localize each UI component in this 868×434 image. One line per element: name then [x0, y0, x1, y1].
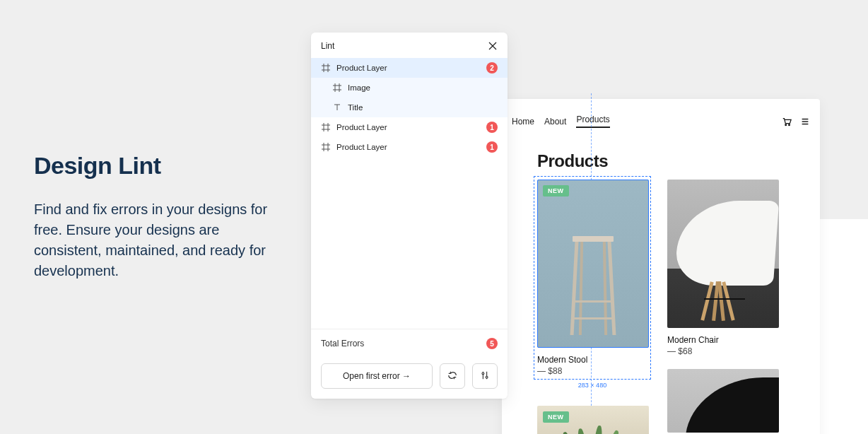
svg-point-25 [789, 124, 790, 125]
total-errors-label: Total Errors [321, 339, 364, 348]
total-errors-badge: 5 [486, 338, 498, 349]
product-caption: Modern Stool — $88 [537, 348, 647, 376]
sliders-icon [480, 370, 490, 382]
layer-row-product-layer[interactable]: Product Layer 1 [311, 137, 508, 157]
product-column: NEW Modern Stool — $88 NEW [537, 180, 649, 434]
product-card-plant[interactable]: NEW [537, 406, 649, 434]
lint-header: Lint [311, 33, 508, 58]
layer-row-title[interactable]: Title [311, 98, 508, 117]
svg-point-24 [785, 124, 787, 125]
product-card-stool[interactable]: NEW Modern Stool — $88 [536, 178, 649, 377]
frame-icon [321, 142, 331, 152]
button-row: Open first error → [311, 358, 508, 399]
cart-icon[interactable] [782, 117, 792, 127]
layer-row-product-layer[interactable]: Product Layer 1 [311, 117, 508, 137]
chair-illustration [677, 201, 769, 321]
error-badge: 1 [486, 122, 498, 133]
product-price: — $68 [667, 346, 779, 356]
product-image: NEW [537, 180, 649, 348]
frame-icon [332, 83, 342, 93]
site-nav: Home About Products [512, 115, 810, 128]
error-badge: 2 [486, 62, 498, 74]
layer-name: Product Layer [336, 64, 486, 72]
product-image: NEW [537, 406, 649, 434]
open-first-error-button[interactable]: Open first error → [321, 363, 433, 389]
settings-button[interactable] [472, 363, 498, 389]
nav-about[interactable]: About [544, 117, 566, 127]
hero-title: Design Lint [34, 152, 274, 180]
product-card-chair[interactable]: Modern Chair — $68 [667, 180, 779, 356]
product-price: — $88 [537, 366, 647, 376]
new-badge: NEW [543, 185, 569, 197]
frame-icon [321, 122, 331, 132]
lint-footer: Total Errors 5 Open first error → [311, 329, 508, 399]
layer-list: Product Layer 2 Image Title Product Laye… [311, 58, 508, 329]
layer-row-product-layer[interactable]: Product Layer 2 [311, 58, 508, 78]
product-column: Modern Chair — $68 [667, 180, 779, 434]
product-image [667, 180, 779, 328]
product-name: Modern Chair [667, 335, 779, 345]
stool-illustration [568, 236, 618, 335]
product-caption: Modern Chair — $68 [667, 328, 779, 356]
layer-row-image[interactable]: Image [311, 78, 508, 98]
product-name: Modern Stool [537, 355, 647, 365]
page-title: Products [537, 151, 608, 171]
hero: Design Lint Find and fix errors in your … [34, 152, 274, 281]
product-image [667, 369, 779, 433]
svg-point-21 [482, 372, 484, 374]
product-grid: NEW Modern Stool — $88 NEW [537, 180, 779, 434]
nav-products[interactable]: Products [576, 115, 609, 128]
text-icon [332, 102, 342, 112]
svg-point-23 [486, 376, 488, 378]
lint-panel-title: Lint [321, 41, 334, 51]
close-icon[interactable] [488, 41, 498, 51]
frame-icon [321, 63, 331, 73]
error-badge: 1 [486, 141, 498, 153]
design-canvas: Home About Products Products NEW [502, 99, 820, 434]
menu-icon[interactable] [800, 117, 810, 127]
layer-name: Image [348, 83, 498, 92]
open-first-error-label: Open first error → [343, 371, 411, 381]
layer-name: Product Layer [336, 123, 486, 131]
new-badge: NEW [543, 411, 569, 423]
refresh-icon [447, 370, 457, 382]
total-errors-row: Total Errors 5 [311, 329, 508, 358]
lint-panel: Lint Product Layer 2 Image Title [311, 33, 508, 399]
nav-home[interactable]: Home [512, 117, 534, 127]
refresh-button[interactable] [440, 363, 465, 389]
layer-name: Title [348, 103, 498, 112]
product-card-black-chair[interactable] [667, 369, 779, 433]
layer-name: Product Layer [336, 143, 486, 151]
hero-description: Find and fix errors in your designs for … [34, 199, 274, 281]
